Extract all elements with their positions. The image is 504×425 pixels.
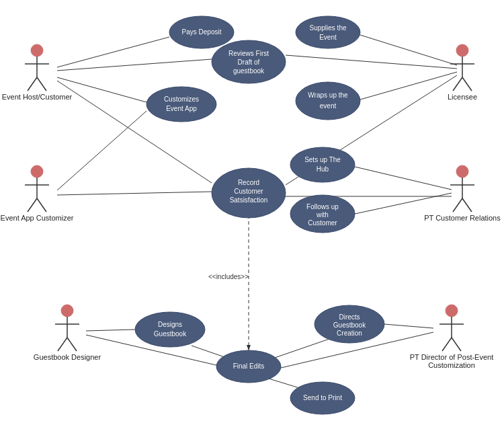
use-case-wraps-up [296,82,360,120]
includes-label: <<includes>> [208,273,249,280]
svg-line-24 [58,338,67,351]
svg-line-29 [442,338,452,351]
actor-pt-director-label1: PT Director of Post-Event [410,353,494,361]
svg-line-30 [452,338,461,351]
use-case-sets-label2: Hub [317,165,329,173]
use-case-record-label2: Customer [234,188,263,195]
svg-point-1 [31,44,43,56]
actor-pt-director [439,305,464,351]
svg-line-9 [28,198,37,212]
actor-pt-customer-relations [450,165,474,212]
use-case-reviews-label2: Draft of [238,59,260,66]
use-case-wraps-label2: event [320,102,337,110]
use-case-designs-label2: Guestbook [154,330,187,338]
actor-guestbook-designer [55,305,79,351]
use-case-reviews-label1: Reviews First [228,50,269,57]
use-case-directs-label3: Creation [337,330,362,337]
use-case-wraps-label1: Wraps up the [308,91,348,99]
svg-line-4 [28,77,37,91]
conn-host-pays [57,37,169,67]
svg-point-16 [456,165,468,178]
conn-appcut-record [57,192,212,195]
actor-event-app-customizer [25,165,49,212]
actor-licensee [450,44,474,91]
use-case-sets-label1: Sets up The [304,156,341,163]
svg-line-15 [462,77,472,91]
use-case-supplies-event-label: Supplies the [309,24,346,32]
svg-line-20 [462,198,472,212]
use-case-pays-deposit-label: Pays Deposit [182,28,222,36]
conn-directs-final [269,339,329,360]
actor-event-app-customizer-label: Event App Customizer [1,214,74,222]
conn-licensee-wraps [360,72,457,100]
conn-gbdesigner-designs [86,330,135,331]
use-case-directs-label1: Directs [339,313,360,321]
actor-pt-director-label2: Customization [428,361,475,369]
actor-guestbook-designer-label: Guestbook Designer [34,353,101,361]
use-case-customizes-label2: Event App [166,105,197,112]
use-case-diagram: <<includes>> Pays Deposit Supplies the E… [0,0,504,425]
actor-event-host [25,44,49,91]
svg-line-14 [453,77,462,91]
conn-licensee-supplies [360,35,457,65]
svg-line-19 [453,198,462,212]
use-case-supplies-event-label2: Event [319,34,337,41]
use-case-follows-label3: Customer [308,219,337,227]
conn-appcut-customizes [57,111,146,190]
use-case-customizes-label1: Customizes [164,95,199,103]
actor-pt-customer-relations-label: PT Customer Relations [424,214,501,222]
use-case-designs-label1: Designs [158,321,182,328]
use-case-follows-label2: with [316,211,329,219]
svg-line-25 [67,338,77,351]
svg-point-26 [446,305,458,317]
svg-line-5 [37,77,46,91]
use-case-final-label: Final Edits [233,362,265,370]
conn-ptcr-sets-up [355,167,452,190]
svg-point-11 [456,44,468,56]
use-case-send-label: Send to Print [303,394,342,401]
conn-ptdir-directs [384,324,433,328]
use-case-record-label1: Record [238,179,259,186]
svg-point-21 [61,305,73,317]
actor-licensee-label: Licensee [448,93,477,101]
svg-point-6 [31,165,43,178]
use-case-directs-label2: Guestbook [333,321,366,329]
svg-line-10 [37,198,46,212]
use-case-follows-label1: Follows up [306,203,339,210]
use-case-supplies-event [296,16,360,48]
use-case-reviews-label3: guestbook [233,67,265,75]
actor-event-host-label: Event Host/Customer [2,93,73,101]
use-case-record-label3: Satsisfaction [230,196,268,204]
